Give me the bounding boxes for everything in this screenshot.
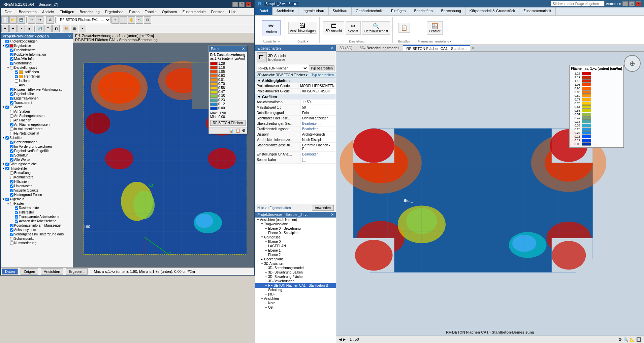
revit-close-btn[interactable]: ✕ — [636, 1, 641, 6]
legend-rf-btn[interactable]: RF-BETON Flächen — [210, 120, 246, 126]
nav-item-45[interactable]: Schwerpunkt — [1, 236, 73, 241]
revit-status-icon-4[interactable]: 🔲 — [636, 337, 641, 342]
eigenschaften-close-btn[interactable]: ✕ — [331, 46, 334, 50]
revit-status-icon-1[interactable]: ⚙ — [618, 337, 622, 342]
nav-cb-43[interactable] — [10, 228, 13, 232]
nav-cb-0[interactable] — [5, 40, 9, 43]
nav-item-42[interactable]: Koordinateninfo am Mauszeiger — [1, 223, 73, 228]
nav-item-24[interactable]: Im Vordergrund zeichnen — [1, 144, 73, 149]
nav-item-22[interactable]: ▼Schnitte — [1, 136, 73, 140]
tb2-line[interactable]: ━ — [9, 25, 17, 32]
prop-value-sichtbarkeit[interactable]: Original anzeigen — [301, 116, 336, 121]
tb2-surface[interactable]: ▪ — [18, 25, 25, 32]
nav-expand-6[interactable]: ▼ — [7, 66, 10, 69]
tb2-node[interactable]: ● — [1, 25, 9, 32]
revit-tab-zusammenarbeit[interactable]: Zusammenarbeit — [519, 7, 556, 15]
nav-cb-3[interactable] — [10, 53, 13, 56]
tb2-rotate[interactable]: 🔄 — [36, 25, 43, 32]
view-tab-3d[interactable]: 3D (3D) — [336, 45, 356, 51]
legend-panel-close[interactable]: ✕ — [242, 47, 245, 51]
tb2-top[interactable]: ⊤ — [44, 25, 52, 32]
tb2-section[interactable]: ✂ — [79, 25, 86, 32]
menu-berechnung[interactable]: Berechnung — [77, 9, 102, 15]
nav-cb-28[interactable] — [5, 163, 9, 166]
nav-item-21[interactable]: FE-Netz-Qualität — [1, 131, 73, 136]
prop-value-grafik[interactable]: Bearbeiten... — [301, 126, 336, 132]
view-tab-rfbeton[interactable]: RF-BETON Flächen CA1 - Stahlbe... — [403, 45, 471, 51]
nav-expand-37[interactable]: ▼ — [7, 202, 10, 205]
nav-cb-16[interactable] — [10, 110, 13, 113]
nav-item-1[interactable]: ▼Ergebnisse — [1, 44, 73, 48]
tb-zoom-in[interactable]: + — [111, 16, 119, 24]
nav-cb-25[interactable] — [10, 149, 13, 153]
nav-cb-30[interactable] — [10, 171, 13, 175]
nav-item-39[interactable]: Hilfsraster — [1, 210, 73, 215]
nav-item-46[interactable]: Nummerierung — [1, 241, 73, 245]
menu-bearbeiten[interactable]: Bearbeiten — [16, 9, 39, 15]
nav-item-11[interactable]: Rippen - Effektive Mitwirkung au — [1, 87, 73, 92]
prop-value-einstellung[interactable]: Bearbeiten... — [301, 152, 336, 157]
nav-cb-22[interactable] — [5, 136, 9, 140]
proj-item-7[interactable]: ─Ebene 1 — [255, 248, 336, 253]
nav-item-30[interactable]: Bemaßungen — [1, 171, 73, 175]
rfem-minimize-btn[interactable]: _ — [232, 2, 238, 7]
tb2-wire[interactable]: ⊞ — [71, 25, 78, 32]
revit-tab-stahlbau[interactable]: Stahlbau — [329, 7, 352, 15]
ribbon-btn-aendern[interactable]: ✏ Ändern — [262, 20, 281, 35]
proj-item-17[interactable]: ─{3D} — [255, 292, 336, 296]
nav-cb-13[interactable] — [10, 97, 13, 100]
revit-tab-einfuegen[interactable]: Einfügen — [387, 7, 410, 15]
section-abhaengigkeiten[interactable]: ▼ Abhängigkeiten — [255, 78, 336, 83]
ribbon-btn-fenster[interactable]: 🪟 Fenster — [427, 21, 443, 35]
nav-cb-18[interactable] — [10, 119, 13, 122]
proj-item-19[interactable]: ─Nord — [255, 301, 336, 305]
prop-value-standard[interactable]: Gefärbte Flächen - E... — [301, 143, 336, 151]
proj-item-3[interactable]: ─Ebene 0 - Schalplan — [255, 231, 336, 235]
nav-item-14[interactable]: Transparent — [1, 101, 73, 105]
nav-item-34[interactable]: Visuelle Objekte — [1, 188, 73, 193]
revit-tab-koerpermodell[interactable]: Körpermodell & Grundstück — [465, 7, 519, 15]
proj-item-5[interactable]: ─Ebene 0 — [255, 239, 336, 244]
nav-cb-21[interactable] — [10, 132, 13, 135]
navigator-close-btn[interactable]: ✕ — [68, 34, 71, 38]
legend-icon-2[interactable]: 📋 — [235, 128, 240, 133]
project-browser-tree[interactable]: ▼Ansichten (nach Namen)▼Tragwerkspläne─E… — [255, 218, 336, 343]
nav-item-31[interactable]: Kommentare — [1, 175, 73, 179]
proj-item-15[interactable]: ─RF-BETON Flächen CA1 - Stahlbeton-B — [255, 283, 336, 288]
nav-item-3[interactable]: Kopfzeile-Information — [1, 52, 73, 57]
nav-expand-22[interactable]: ▼ — [2, 136, 5, 139]
nav-cb-10[interactable] — [15, 84, 18, 87]
menu-ergebnisse[interactable]: Ergebnisse — [102, 9, 126, 15]
nav-cb-15[interactable] — [5, 106, 9, 109]
nav-cb-14[interactable] — [10, 101, 13, 105]
revit-nav-fwd[interactable]: ▶ — [343, 337, 346, 342]
proj-expand-9[interactable]: ▶ — [261, 258, 264, 261]
nav-cb-5[interactable] — [10, 62, 13, 65]
prop-value-ueberschreib[interactable]: Bearbeiten... — [301, 121, 336, 126]
nav-item-18[interactable]: An Flächen — [1, 118, 73, 122]
ribbon-btn-ansichtsvorlagen[interactable]: 🖼 Ansichtsvorlagen — [288, 22, 317, 34]
nav-cb-23[interactable] — [10, 141, 13, 144]
nav-cb-12[interactable] — [10, 92, 13, 96]
menu-zusatzmodule[interactable]: Zusatzmodule — [180, 9, 208, 15]
view-type-dropdown[interactable]: RF-BETON Flächen — [257, 65, 308, 72]
nav-cb-45[interactable] — [10, 237, 13, 240]
nav-cb-39[interactable] — [15, 211, 18, 214]
status-tab-daten[interactable]: Daten — [2, 268, 18, 275]
tb-redo[interactable]: ↪ — [36, 16, 43, 24]
nav-item-28[interactable]: ▼Glättungsbereiche — [1, 162, 73, 166]
revit-tab-architektur[interactable]: Architektur — [272, 7, 299, 15]
nav-item-6[interactable]: ▼Darstellungsart — [1, 65, 73, 70]
menu-tabelle[interactable]: Tabelle — [142, 9, 159, 15]
nav-item-10[interactable]: Aus — [1, 83, 73, 87]
project-browser-close-btn[interactable]: ✕ — [331, 212, 334, 217]
view-tab-close[interactable]: ✕ — [470, 45, 476, 51]
nav-cb-46[interactable] — [10, 241, 13, 245]
nav-cb-20[interactable] — [10, 127, 13, 131]
revit-tab-berechnung[interactable]: Berechnung — [437, 7, 465, 15]
menu-datei[interactable]: Datei — [2, 9, 16, 15]
nav-cb-37[interactable] — [10, 202, 13, 205]
menu-optionen[interactable]: Optionen — [159, 9, 180, 15]
nav-cb-11[interactable] — [10, 88, 13, 91]
nav-item-37[interactable]: ▼Raster — [1, 201, 73, 206]
